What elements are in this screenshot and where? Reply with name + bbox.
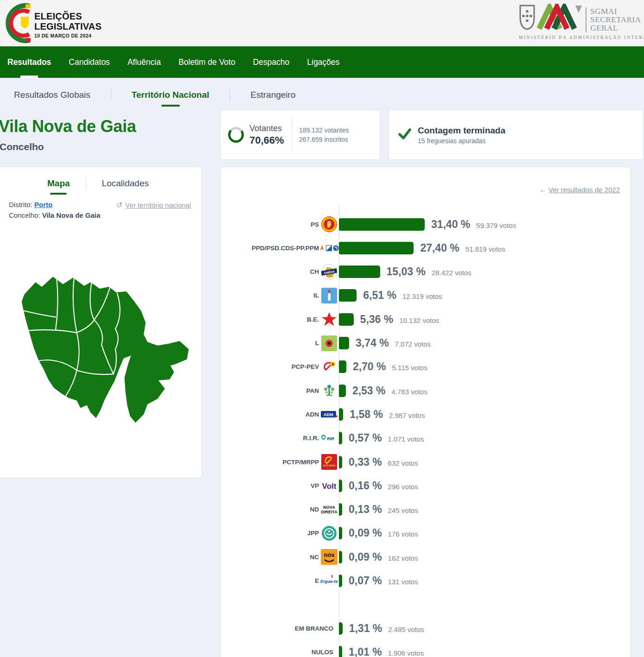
result-row: IL6,51 %12.319 votos: [221, 284, 630, 307]
count-status-card: Contagem terminada 15 freguesias apurada…: [389, 110, 644, 160]
party-label: PS: [221, 221, 319, 228]
result-row: CHCHEGA15,03 %28.422 votos: [221, 260, 630, 284]
chega-party-logo-icon: CHEGA: [319, 264, 339, 280]
result-bar: [339, 218, 425, 231]
result-percent: 0,57 %: [349, 432, 382, 444]
status-subtitle: 15 freguesias apuradas: [418, 137, 505, 145]
party-label: VP: [221, 482, 319, 489]
divider: [111, 89, 111, 101]
ad-party-logo-icon: [319, 245, 339, 252]
page-subtitle: Concelho: [0, 141, 44, 152]
result-row: PPD/PSD.CDS-PP.PPM27,40 %51.819 votos: [221, 236, 630, 259]
ergue-party-logo-icon: Ergue-te: [319, 573, 339, 589]
result-bar: [339, 313, 354, 326]
nav-item-despacho[interactable]: Despacho: [252, 46, 290, 78]
party-label: L: [221, 340, 319, 347]
result-row: JPP0,09 %176 votos: [221, 522, 630, 545]
result-row: PAN2,53 %4.783 votos: [221, 379, 630, 402]
svg-text:PCTP MRPP: PCTP MRPP: [323, 465, 335, 467]
result-bar: [339, 289, 357, 302]
svg-text:Ergue-te: Ergue-te: [320, 579, 338, 583]
result-bar: [339, 646, 342, 657]
result-percent: 6,51 %: [363, 289, 396, 302]
result-percent: 15,03 %: [387, 265, 426, 278]
party-label: EM BRANCO: [221, 625, 333, 632]
result-votes: 12.319 votos: [402, 291, 442, 300]
result-votes: 176 votos: [388, 528, 418, 538]
rir-party-logo-icon: RIR: [319, 430, 339, 446]
turnout-percent: 70,66%: [249, 134, 289, 146]
svg-text:RIR: RIR: [327, 436, 334, 441]
result-votes: 59.379 votos: [476, 220, 516, 229]
result-row: R.I.R.RIR0,57 %1.071 votos: [221, 427, 630, 450]
result-percent: 0,09 %: [349, 551, 382, 563]
sgmai-wordmark: SGMAI SECRETARIA GERAL: [586, 7, 641, 32]
mrpp-party-logo-icon: PCTP MRPP: [319, 454, 339, 470]
result-row: EM BRANCO1,31 %2.485 votos: [221, 617, 630, 640]
district-link[interactable]: Porto: [34, 201, 52, 208]
see-2022-results-label: Ver resultados de 2022: [548, 186, 620, 194]
result-bar: [339, 480, 342, 492]
svg-text:Volt: Volt: [322, 482, 336, 491]
result-votes: 2.485 votos: [388, 624, 424, 633]
party-label: ND: [221, 506, 319, 513]
cdu-party-logo-icon: [319, 359, 339, 375]
result-bar: [339, 242, 414, 254]
reset-territory-link[interactable]: ↺ Ver território nacional: [116, 201, 191, 209]
svg-text:nós: nós: [324, 551, 334, 558]
result-votes: 632 votos: [388, 457, 418, 467]
results-panel: ← Ver resultados de 2022 PS31,40 %59.379…: [220, 167, 631, 657]
turnout-label: Votantes: [249, 124, 289, 133]
result-percent: 0,13 %: [349, 503, 382, 516]
party-label: ADN: [221, 411, 319, 418]
divider: [86, 177, 86, 190]
see-2022-results-link[interactable]: ← Ver resultados de 2022: [540, 186, 620, 194]
site-header: ELEIÇÕES LEGISLATIVAS 10 DE MARÇO DE 202…: [0, 0, 644, 46]
tab-mapa[interactable]: Mapa: [47, 178, 70, 189]
result-votes: 296 votos: [388, 481, 418, 491]
tab-localidades[interactable]: Localidades: [102, 178, 149, 189]
result-votes: 1.906 votos: [388, 647, 424, 657]
result-row: NULOS1,01 %1.906 votos: [221, 640, 630, 657]
turnout-donut-icon: [228, 127, 244, 143]
nav-item-liga-es[interactable]: Ligações: [306, 46, 340, 78]
svg-text:NOVA: NOVA: [323, 505, 335, 510]
result-bar: [339, 385, 346, 397]
subnav-item-resultados-globais[interactable]: Resultados Globais: [14, 90, 90, 100]
result-row: B.E.5,36 %10.132 votos: [221, 308, 630, 331]
subnav-item-territ-rio-nacional[interactable]: Território Nacional: [132, 90, 210, 100]
nav-item-resultados[interactable]: Resultados: [6, 46, 52, 78]
nav-item-candidatos[interactable]: Candidatos: [68, 46, 111, 78]
divider: [230, 89, 230, 101]
result-percent: 2,70 %: [353, 360, 386, 373]
map-shape: [22, 277, 189, 423]
results-subnav: Resultados GlobaisTerritório NacionalEst…: [14, 89, 295, 101]
svg-text:DIREITA: DIREITA: [321, 510, 338, 514]
result-votes: 7.072 votos: [395, 338, 431, 348]
page-title: Vila Nova de Gaia: [0, 117, 136, 136]
result-votes: 2.987 votos: [389, 410, 425, 419]
result-bar: [339, 527, 342, 539]
nav-item-aflu-ncia[interactable]: Afluência: [127, 46, 162, 78]
result-row: EErgue-te0,07 %131 votos: [221, 569, 630, 593]
subnav-item-estrangeiro[interactable]: Estrangeiro: [250, 90, 295, 100]
pan-party-logo-icon: [319, 383, 339, 398]
result-percent: 31,40 %: [431, 218, 470, 231]
council-value: Vila Nova de Gaia: [42, 211, 101, 219]
council-map[interactable]: [11, 260, 194, 461]
result-percent: 1,58 %: [350, 408, 383, 421]
elections-emblem-icon: [5, 2, 32, 46]
nav-item-boletim-de-voto[interactable]: Boletim de Voto: [178, 46, 236, 78]
party-label: NC: [221, 554, 319, 561]
status-title: Contagem terminada: [418, 126, 505, 136]
sgmai-logo: SGMAI SECRETARIA GERAL MINISTÉRIO DA ADM…: [519, 4, 640, 40]
ministry-caption: MINISTÉRIO DA ADMINISTRAÇÃO INTERNA: [519, 35, 640, 40]
result-percent: 0,09 %: [349, 527, 382, 539]
checkmark-icon: [397, 126, 412, 143]
back-arrow-icon: ←: [540, 186, 547, 194]
result-row: L3,74 %7.072 votos: [221, 332, 630, 355]
result-percent: 3,74 %: [356, 337, 389, 349]
result-bar: [339, 575, 342, 587]
result-percent: 0,33 %: [349, 456, 382, 468]
agency-acronym: SGMAI: [590, 7, 641, 16]
